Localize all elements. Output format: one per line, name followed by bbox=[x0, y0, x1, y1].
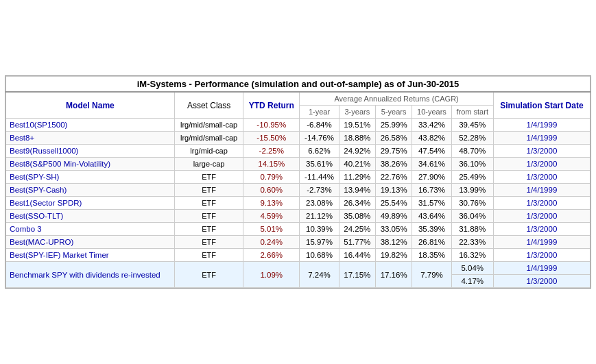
cell-sim-date: 1/3/2000 bbox=[493, 249, 590, 262]
cell-model-name: Best(SPY-IEF) Market Timer bbox=[6, 249, 175, 262]
cell-cagr-val: 19.82% bbox=[375, 249, 412, 262]
cell-asset-class: ETF bbox=[174, 223, 243, 236]
benchmark-sim2: 1/3/2000 bbox=[493, 275, 590, 288]
cell-cagr-val: -6.84% bbox=[300, 119, 339, 132]
cell-ytd-return: 9.13% bbox=[243, 197, 300, 210]
title-row: iM-Systems - Performance (simulation and… bbox=[6, 77, 591, 93]
cell-sim-date: 1/3/2000 bbox=[493, 171, 590, 184]
cell-asset-class: lrg/mid-cap bbox=[174, 145, 243, 158]
cell-cagr-val: 38.12% bbox=[375, 236, 412, 249]
cell-cagr-val: 22.33% bbox=[451, 236, 493, 249]
cell-ytd-return: -10.95% bbox=[243, 119, 300, 132]
table-row: Combo 3ETF5.01%10.39%24.25%33.05%35.39%3… bbox=[6, 223, 591, 236]
main-table-wrapper: iM-Systems - Performance (simulation and… bbox=[5, 75, 591, 289]
cell-cagr-val: 36.04% bbox=[451, 210, 493, 223]
cell-cagr-val: 10.39% bbox=[300, 223, 339, 236]
model-name-header: Model Name bbox=[6, 92, 175, 119]
benchmark-cagr: 17.16% bbox=[375, 262, 412, 288]
cell-asset-class: ETF bbox=[174, 197, 243, 210]
cell-cagr-val: 27.90% bbox=[412, 171, 451, 184]
cagr-5y-header: 5-years bbox=[375, 106, 412, 119]
benchmark-cagr: 17.15% bbox=[339, 262, 375, 288]
cell-ytd-return: -15.50% bbox=[243, 132, 300, 145]
cell-cagr-val: -2.73% bbox=[300, 184, 339, 197]
cell-model-name: Combo 3 bbox=[6, 223, 175, 236]
cell-ytd-return: 0.79% bbox=[243, 171, 300, 184]
cell-asset-class: ETF bbox=[174, 210, 243, 223]
cell-cagr-val: 33.05% bbox=[375, 223, 412, 236]
cell-cagr-val: 34.61% bbox=[412, 158, 451, 171]
benchmark-row: Benchmark SPY with dividends re-invested… bbox=[6, 262, 591, 275]
cell-cagr-val: 13.94% bbox=[339, 184, 375, 197]
cell-sim-date: 1/3/2000 bbox=[493, 158, 590, 171]
cagr-group-header: Average Annualized Returns (CAGR) bbox=[300, 92, 494, 106]
cell-cagr-val: 19.13% bbox=[375, 184, 412, 197]
cell-asset-class: ETF bbox=[174, 171, 243, 184]
cell-cagr-val: 31.57% bbox=[412, 197, 451, 210]
cell-cagr-val: 35.61% bbox=[300, 158, 339, 171]
cell-model-name: Best9(Russell1000) bbox=[6, 145, 175, 158]
cell-model-name: Best8+ bbox=[6, 132, 175, 145]
benchmark-cagr: 7.24% bbox=[300, 262, 339, 288]
cell-cagr-val: 24.25% bbox=[339, 223, 375, 236]
cell-cagr-val: 29.75% bbox=[375, 145, 412, 158]
cell-cagr-val: 39.45% bbox=[451, 119, 493, 132]
cell-ytd-return: 14.15% bbox=[243, 158, 300, 171]
benchmark-asset: ETF bbox=[174, 262, 243, 288]
cell-asset-class: ETF bbox=[174, 249, 243, 262]
cell-sim-date: 1/3/2000 bbox=[493, 197, 590, 210]
cagr-1y-header: 1-year bbox=[300, 106, 339, 119]
cell-cagr-val: 26.58% bbox=[375, 132, 412, 145]
sim-start-header: Simulation Start Date bbox=[493, 92, 590, 119]
table-row: Best8(S&P500 Min-Volatility)large-cap14.… bbox=[6, 158, 591, 171]
cell-cagr-val: 24.92% bbox=[339, 145, 375, 158]
cell-model-name: Best8(S&P500 Min-Volatility) bbox=[6, 158, 175, 171]
cell-cagr-val: 18.35% bbox=[412, 249, 451, 262]
cell-cagr-val: 13.99% bbox=[451, 184, 493, 197]
cell-cagr-val: 30.76% bbox=[451, 197, 493, 210]
cell-cagr-val: 47.54% bbox=[412, 145, 451, 158]
table-row: Best(MAC-UPRO)ETF0.24%15.97%51.77%38.12%… bbox=[6, 236, 591, 249]
cagr-3y-header: 3-years bbox=[339, 106, 375, 119]
cagr-10y-header: 10-years bbox=[412, 106, 451, 119]
cell-cagr-val: 16.73% bbox=[412, 184, 451, 197]
cell-cagr-val: 36.10% bbox=[451, 158, 493, 171]
benchmark-start2: 4.17% bbox=[451, 275, 493, 288]
table-row: Best1(Sector SPDR)ETF9.13%23.08%26.34%25… bbox=[6, 197, 591, 210]
table-row: Best9(Russell1000)lrg/mid-cap-2.25%6.62%… bbox=[6, 145, 591, 158]
cell-cagr-val: 38.26% bbox=[375, 158, 412, 171]
cell-cagr-val: 40.21% bbox=[339, 158, 375, 171]
cell-asset-class: lrg/mid/small-cap bbox=[174, 132, 243, 145]
cell-sim-date: 1/4/1999 bbox=[493, 119, 590, 132]
cell-cagr-val: 6.62% bbox=[300, 145, 339, 158]
table-title: iM-Systems - Performance (simulation and… bbox=[6, 77, 591, 93]
table-row: Best10(SP1500)lrg/mid/small-cap-10.95%-6… bbox=[6, 119, 591, 132]
benchmark-start1: 5.04% bbox=[451, 262, 493, 275]
cell-sim-date: 1/3/2000 bbox=[493, 210, 590, 223]
cell-ytd-return: 0.60% bbox=[243, 184, 300, 197]
cell-cagr-val: 35.39% bbox=[412, 223, 451, 236]
cell-cagr-val: 35.08% bbox=[339, 210, 375, 223]
cell-model-name: Best(MAC-UPRO) bbox=[6, 236, 175, 249]
header-row-1: Model Name Asset Class YTD Return Averag… bbox=[6, 92, 591, 106]
table-row: Best(SPY-Cash)ETF0.60%-2.73%13.94%19.13%… bbox=[6, 184, 591, 197]
cell-ytd-return: 2.66% bbox=[243, 249, 300, 262]
cell-cagr-val: -11.44% bbox=[300, 171, 339, 184]
cell-cagr-val: 26.34% bbox=[339, 197, 375, 210]
benchmark-ytd: 1.09% bbox=[243, 262, 300, 288]
benchmark-name: Benchmark SPY with dividends re-invested bbox=[6, 262, 175, 288]
cell-ytd-return: -2.25% bbox=[243, 145, 300, 158]
cell-model-name: Best(SSO-TLT) bbox=[6, 210, 175, 223]
cell-cagr-val: 48.70% bbox=[451, 145, 493, 158]
cell-cagr-val: 19.51% bbox=[339, 119, 375, 132]
cell-cagr-val: 26.81% bbox=[412, 236, 451, 249]
cell-cagr-val: 23.08% bbox=[300, 197, 339, 210]
cell-cagr-val: 31.88% bbox=[451, 223, 493, 236]
cell-cagr-val: 16.44% bbox=[339, 249, 375, 262]
table-row: Best8+lrg/mid/small-cap-15.50%-14.76%18.… bbox=[6, 132, 591, 145]
cell-asset-class: ETF bbox=[174, 236, 243, 249]
cell-cagr-val: 51.77% bbox=[339, 236, 375, 249]
cell-asset-class: ETF bbox=[174, 184, 243, 197]
cell-model-name: Best1(Sector SPDR) bbox=[6, 197, 175, 210]
cell-cagr-val: 15.97% bbox=[300, 236, 339, 249]
